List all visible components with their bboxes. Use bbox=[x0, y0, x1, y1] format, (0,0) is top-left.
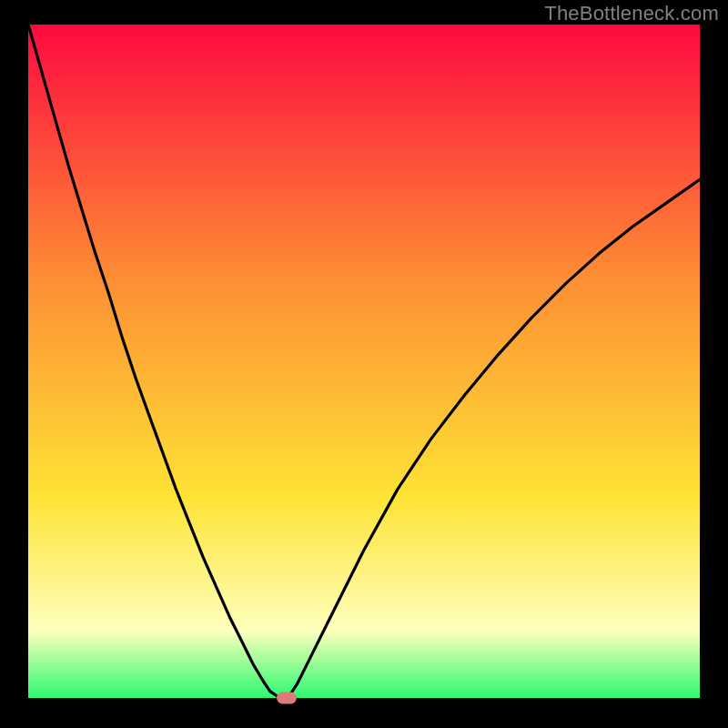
bottleneck-chart bbox=[0, 0, 728, 728]
optimum-marker bbox=[277, 693, 297, 704]
chart-frame: TheBottleneck.com bbox=[0, 0, 728, 728]
attribution-text: TheBottleneck.com bbox=[544, 2, 719, 25]
